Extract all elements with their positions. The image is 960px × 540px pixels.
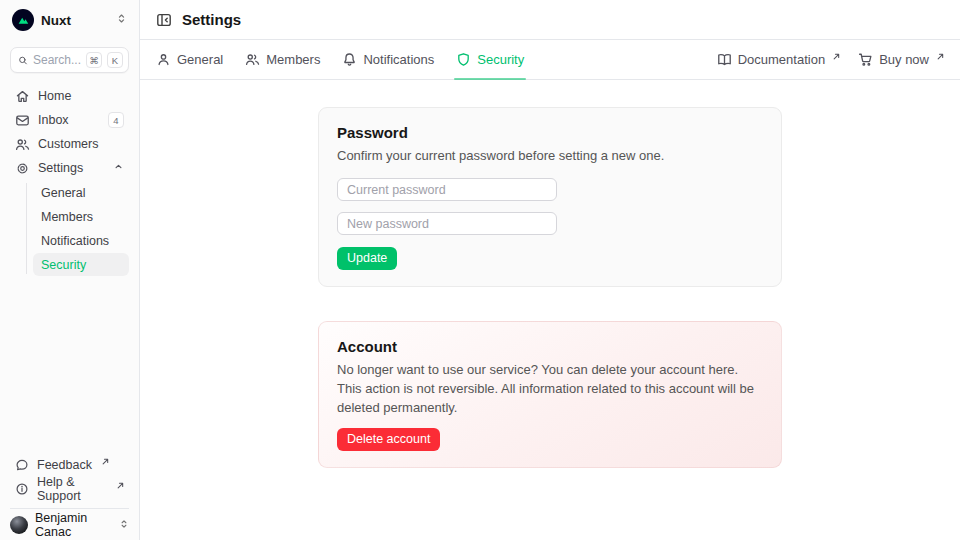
user-name: Benjamin Canac xyxy=(35,511,112,539)
tabbar-links: Documentation Buy now xyxy=(717,40,944,79)
app: Nuxt Search... ⌘ K Home xyxy=(0,0,960,540)
search-placeholder: Search... xyxy=(33,53,81,67)
sidebar-item-label: Notifications xyxy=(41,234,109,248)
user-avatar xyxy=(10,516,28,534)
sidebar-item-label: Settings xyxy=(38,161,83,175)
cart-icon xyxy=(858,52,873,67)
inbox-icon xyxy=(15,113,30,128)
sidebar-item-label: Feedback xyxy=(37,458,92,472)
workspace-name: Nuxt xyxy=(41,13,71,28)
chat-bubble-icon xyxy=(15,458,29,472)
sidebar-item-notifications[interactable]: Notifications xyxy=(33,229,129,252)
kbd-meta: ⌘ xyxy=(86,52,102,68)
new-password-input[interactable] xyxy=(337,212,557,235)
external-link-icon xyxy=(102,454,109,468)
nuxt-logo-icon xyxy=(12,9,34,31)
tab-label: General xyxy=(177,52,223,67)
chevron-up-icon xyxy=(113,161,124,175)
sidebar-item-security[interactable]: Security xyxy=(33,253,129,276)
password-card-title: Password xyxy=(337,124,763,141)
account-card: Account No longer want to use our servic… xyxy=(318,321,782,468)
chevron-up-down-icon xyxy=(119,516,129,534)
user-menu[interactable]: Benjamin Canac xyxy=(0,509,141,540)
sidebar-item-members[interactable]: Members xyxy=(33,205,129,228)
settings-tabbar: General Members Notifications xyxy=(140,40,960,80)
external-link-icon xyxy=(117,478,124,492)
sidebar-item-help-support[interactable]: Help & Support xyxy=(10,477,129,501)
gear-icon xyxy=(15,161,30,176)
inbox-badge: 4 xyxy=(108,112,124,128)
bell-icon xyxy=(342,52,357,67)
book-open-icon xyxy=(717,52,732,67)
account-card-title: Account xyxy=(337,338,763,355)
external-link-icon xyxy=(937,48,944,63)
sidebar: Nuxt Search... ⌘ K Home xyxy=(0,0,140,540)
sidebar-nav: Home Inbox 4 Customers xyxy=(0,82,139,278)
sidebar-item-label: Customers xyxy=(38,137,98,151)
documentation-link[interactable]: Documentation xyxy=(717,52,840,67)
workspace-switcher[interactable]: Nuxt xyxy=(0,0,139,40)
sidebar-item-settings[interactable]: Settings xyxy=(10,156,129,180)
sidebar-item-feedback[interactable]: Feedback xyxy=(10,453,129,477)
kbd-k: K xyxy=(107,52,123,68)
buy-now-link[interactable]: Buy now xyxy=(858,52,944,67)
page-header: Settings xyxy=(140,0,960,40)
user-icon xyxy=(156,52,171,67)
sidebar-item-inbox[interactable]: Inbox 4 xyxy=(10,108,129,132)
tab-security[interactable]: Security xyxy=(456,40,524,79)
page-title: Settings xyxy=(182,11,241,28)
update-button[interactable]: Update xyxy=(337,247,397,270)
password-card-description: Confirm your current password before set… xyxy=(337,146,763,165)
buy-now-label: Buy now xyxy=(879,52,929,67)
sidebar-item-label: General xyxy=(41,186,85,200)
collapse-sidebar-icon[interactable] xyxy=(156,12,172,28)
sidebar-footer: Feedback Help & Support Benjamin Canac xyxy=(0,449,139,540)
documentation-label: Documentation xyxy=(738,52,825,67)
external-link-icon xyxy=(833,48,840,63)
sidebar-item-label: Help & Support xyxy=(37,475,107,503)
sidebar-item-label: Home xyxy=(38,89,71,103)
users-icon xyxy=(15,137,30,152)
chevron-up-down-icon xyxy=(116,11,127,29)
settings-subnav: General Members Notifications Security xyxy=(10,181,129,276)
sidebar-item-general[interactable]: General xyxy=(33,181,129,204)
search-icon xyxy=(18,54,28,67)
current-password-input[interactable] xyxy=(337,178,557,201)
sidebar-item-label: Members xyxy=(41,210,93,224)
sidebar-item-home[interactable]: Home xyxy=(10,84,129,108)
security-content: Password Confirm your current password b… xyxy=(140,80,960,540)
home-icon xyxy=(15,89,30,104)
tab-label: Members xyxy=(266,52,320,67)
tab-general[interactable]: General xyxy=(156,40,223,79)
sidebar-item-customers[interactable]: Customers xyxy=(10,132,129,156)
search-input[interactable]: Search... ⌘ K xyxy=(10,47,129,73)
sidebar-item-label: Inbox xyxy=(38,113,69,127)
delete-account-button[interactable]: Delete account xyxy=(337,428,440,451)
tab-label: Notifications xyxy=(363,52,434,67)
main-panel: Settings General Members xyxy=(140,0,960,540)
password-card: Password Confirm your current password b… xyxy=(318,107,782,287)
sidebar-item-label: Security xyxy=(41,258,86,272)
tab-notifications[interactable]: Notifications xyxy=(342,40,434,79)
tab-label: Security xyxy=(477,52,524,67)
tab-members[interactable]: Members xyxy=(245,40,320,79)
account-card-description: No longer want to use our service? You c… xyxy=(337,360,763,417)
info-circle-icon xyxy=(15,482,29,496)
shield-icon xyxy=(456,52,471,67)
users-icon xyxy=(245,52,260,67)
